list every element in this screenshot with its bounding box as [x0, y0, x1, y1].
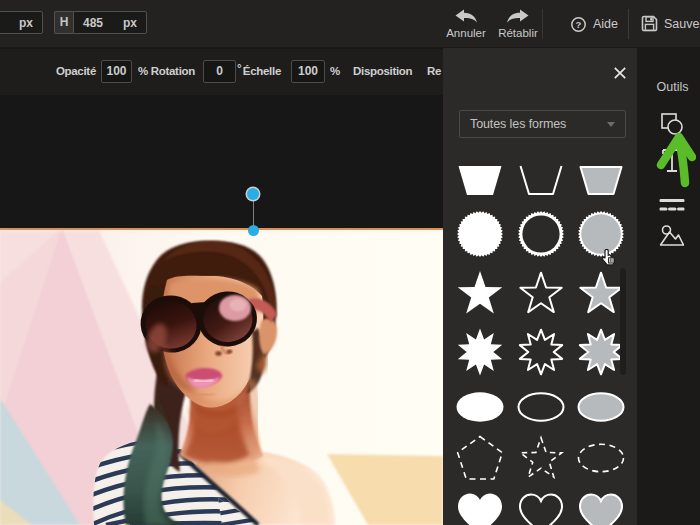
svg-text:?: ?: [576, 19, 582, 30]
